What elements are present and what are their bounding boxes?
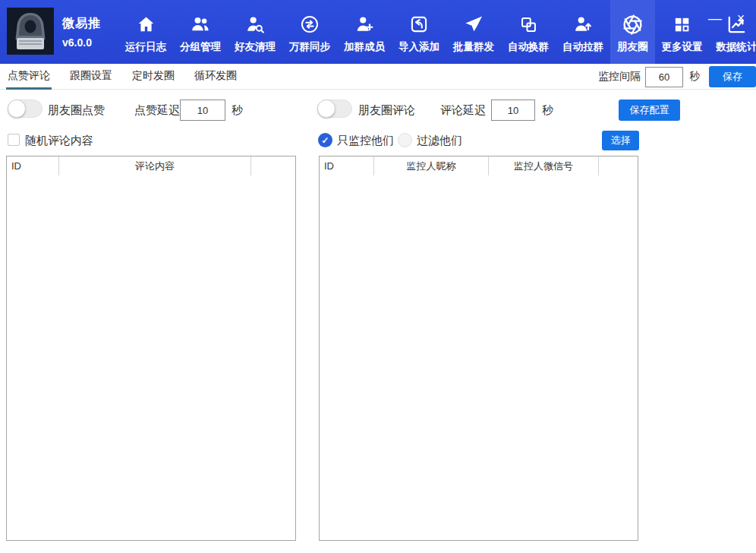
table-header: ID监控人昵称监控人微信号 [320,156,638,175]
tabs: 点赞评论跟圈设置定时发圈循环发圈 [6,64,238,90]
nav-item-label: 好友清理 [235,40,276,54]
send-icon [463,12,484,36]
column-header: ID [7,156,59,175]
toggle-knob [317,100,335,118]
nav-item-import[interactable]: 导入添加 [392,0,446,64]
filter-them-checkbox[interactable] [398,133,412,147]
column-header: 监控人昵称 [374,156,489,175]
home-icon [136,12,156,36]
filter-them-label: 过滤他们 [417,133,462,148]
nav-item-users[interactable]: 分组管理 [173,0,228,64]
nav-item-label: 朋友圈 [617,40,648,54]
close-button[interactable]: × [732,9,750,27]
nav-item-label: 数据统计 [717,40,756,54]
select-button[interactable]: 选择 [602,131,639,150]
comment-delay-label: 评论延迟 [440,100,486,121]
nav-item-user-search[interactable]: 好友清理 [228,0,282,64]
table-body[interactable] [320,175,638,540]
user-plus-icon [354,12,375,36]
nav-item-user-up[interactable]: 自动拉群 [556,0,610,64]
user-search-icon [244,12,266,36]
column-header [599,156,638,175]
nav-item-label: 加群成员 [344,40,385,54]
tab-3[interactable]: 循环发圈 [193,64,238,90]
nav-item-label: 导入添加 [398,40,439,54]
nav-item-grid[interactable]: 更多设置 [655,0,710,64]
comment-delay-unit: 秒 [542,100,553,121]
tab-bar: 点赞评论跟圈设置定时发圈循环发圈 监控间隔 秒 保存 [0,64,756,90]
aperture-icon [622,12,644,36]
nav-item-send[interactable]: 批量群发 [446,0,501,64]
monitor-only-label: 只监控他们 [337,133,394,148]
nav-item-home[interactable]: 运行日志 [118,0,173,64]
like-delay-input[interactable] [180,100,225,121]
tab-0[interactable]: 点赞评论 [6,64,52,90]
like-delay-label: 点赞延迟 [134,100,180,121]
monitored-users-table: ID监控人昵称监控人微信号 [319,156,638,541]
random-comment-label: 随机评论内容 [25,133,93,148]
toggle-knob [8,100,26,118]
comment-content-table: ID评论内容 [6,156,296,541]
nav-item-label: 批量群发 [453,40,494,54]
header: 微易推 v6.0.0 运行日志分组管理好友清理万群同步加群成员导入添加批量群发自… [0,0,756,64]
nav-item-label: 分组管理 [180,40,221,54]
nav-item-label: 自动拉群 [562,40,603,54]
app-version: v6.0.0 [62,36,101,49]
moments-comment-toggle[interactable] [317,100,352,118]
column-header: 评论内容 [59,156,251,175]
nav-item-label: 万群同步 [289,40,330,54]
random-comment-checkbox[interactable] [8,134,20,146]
sync-icon [299,12,320,36]
moments-like-label: 朋友圈点赞 [48,100,105,121]
copy-icon [518,12,539,36]
app-title: 微易推 v6.0.0 [62,16,101,49]
nav-item-aperture[interactable]: 朋友圈 [610,0,655,64]
moments-comment-label: 朋友圈评论 [358,100,415,121]
table-header: ID评论内容 [7,156,295,175]
like-delay-unit: 秒 [232,100,243,121]
table-body[interactable] [7,175,295,540]
tab-1[interactable]: 跟圈设置 [68,64,114,90]
main-nav: 运行日志分组管理好友清理万群同步加群成员导入添加批量群发自动换群自动拉群朋友圈更… [118,0,756,64]
nav-item-label: 运行日志 [125,40,166,54]
minimize-button[interactable]: — [706,9,724,27]
nav-item-sync[interactable]: 万群同步 [282,0,337,64]
save-button[interactable]: 保存 [709,66,756,87]
monitor-interval-group: 监控间隔 秒 保存 [598,65,756,88]
column-header: ID [320,156,374,175]
monitor-interval-input[interactable] [645,67,683,87]
nav-item-label: 自动换群 [508,40,549,54]
column-header [251,156,295,175]
user-up-icon [572,12,594,36]
grid-icon [672,12,692,36]
comment-delay-input[interactable] [491,100,535,121]
monitor-interval-unit: 秒 [689,70,700,84]
save-config-button[interactable]: 保存配置 [619,100,680,121]
users-icon [190,12,211,36]
import-icon [408,12,430,36]
app-logo [7,8,54,55]
window-controls: — × [706,9,750,27]
app-window: 微易推 v6.0.0 运行日志分组管理好友清理万群同步加群成员导入添加批量群发自… [0,0,756,553]
monitor-only-checkbox[interactable] [318,133,332,147]
monitor-interval-label: 监控间隔 [598,70,641,84]
app-name: 微易推 [62,16,101,32]
column-header: 监控人微信号 [489,156,599,175]
nav-item-copy[interactable]: 自动换群 [501,0,556,64]
nav-item-user-plus[interactable]: 加群成员 [337,0,392,64]
moments-like-toggle[interactable] [8,100,43,118]
nav-item-label: 更多设置 [662,40,703,54]
tab-2[interactable]: 定时发圈 [131,64,176,90]
